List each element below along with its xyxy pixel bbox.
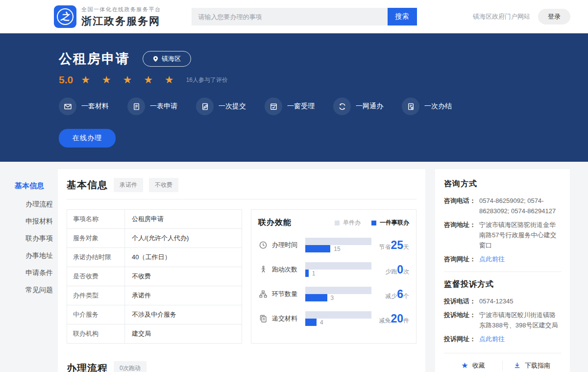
platform-name: 全国一体化在线政务服务平台 (81, 6, 161, 13)
rating-score: 5.0 (59, 74, 73, 86)
feature-item: 一网通办 (333, 98, 383, 115)
consult-address-row: 咨询地址： 宁波市镇海区骆驼街道金华南路57号行政服务中心建交窗口 (444, 220, 561, 250)
top-header: 之 全国一体化在线政务服务平台 浙江政务服务网 搜索 镇海区政府门户网站 登录 (0, 0, 588, 33)
info-table: 事项名称公租房申请 服务对象个人/(允许个人代办) 承诺办结时限40（工作日） … (67, 209, 242, 344)
login-button[interactable]: 登录 (538, 9, 570, 25)
bar-single (305, 287, 371, 294)
location-pin-icon (153, 55, 158, 62)
sidebar-item-joint-matters[interactable]: 联办事项 (15, 234, 58, 243)
complaint-web-row: 投诉网址： 点此前往 (444, 334, 561, 344)
sidebar-item-address[interactable]: 办事地址 (15, 251, 58, 260)
consult-web-row: 咨询网址： 点此前往 (444, 254, 561, 264)
clock-icon (258, 240, 268, 250)
table-row: 事项名称公租房申请 (67, 210, 242, 229)
table-row: 是否收费不收费 (67, 267, 242, 286)
saving-annotation: 少跑0次 (385, 263, 409, 276)
rating-row: 5.0 ★ ★ ★ ★ ★ 16人参与了评价 (59, 74, 588, 86)
side-nav: 基本信息 办理流程 申报材料 联办事项 办事地址 申请条件 常见问题 (15, 169, 58, 302)
complaint-title: 监督投诉方式 (444, 279, 561, 290)
bar-joint (305, 294, 327, 301)
sidebar-item-faq[interactable]: 常见问题 (15, 285, 58, 294)
sidebar-item-conditions[interactable]: 申请条件 (15, 268, 58, 277)
search-button[interactable]: 搜索 (388, 8, 417, 25)
service-title: 公租房申请 (59, 50, 130, 68)
efficiency-row: 环节数量 3 减少6个 (258, 287, 409, 301)
saving-annotation: 节省25天 (379, 239, 409, 252)
feature-item: 一套材料 (59, 98, 109, 115)
contact-card: 咨询方式 咨询电话： 0574-86259092; 0574-86283092;… (435, 169, 570, 372)
legend-blue-swatch (371, 221, 376, 225)
complaint-phone-row: 投诉电话： 0574-12345 (444, 296, 561, 306)
sidebar-item-basic-info[interactable]: 基本信息 (15, 181, 58, 190)
district-label: 镇海区 (162, 54, 181, 63)
efficiency-panel: 联办效能 单件办 一件事联办 办理时间 (251, 209, 416, 344)
flowchart-icon (258, 289, 268, 299)
basic-info-title: 基本信息 (67, 178, 108, 192)
feature-item: 一表申请 (127, 98, 177, 115)
bar-joint (305, 245, 330, 252)
sidebar-item-materials[interactable]: 申报材料 (15, 217, 58, 225)
site-name: 浙江政务服务网 (81, 14, 161, 28)
online-apply-button[interactable]: 在线办理 (59, 129, 116, 148)
consult-title: 咨询方式 (444, 179, 561, 189)
window-check-icon (265, 98, 282, 115)
consult-phone-row: 咨询电话： 0574-86259092; 0574-86283092; 0574… (444, 196, 561, 216)
seal-doc-icon (402, 98, 419, 115)
bar-single (305, 311, 371, 319)
feature-item: 一窗受理 (265, 98, 315, 115)
process-title: 办理流程 (67, 362, 108, 372)
efficiency-title: 联办效能 (258, 218, 292, 228)
table-row: 办件类型承诺件 (67, 286, 242, 305)
efficiency-row: 办理时间 15 节省25天 (258, 238, 409, 252)
logo-mark-icon: 之 (54, 5, 76, 28)
network-icon (333, 98, 351, 115)
bar-joint (305, 319, 317, 326)
copy-doc-icon (258, 314, 268, 323)
favorite-button[interactable]: ★ 收藏 (444, 361, 502, 370)
hero-banner: 公租房申请 镇海区 5.0 ★ ★ ★ ★ ★ 16人参与了评价 一套材料 一表… (0, 33, 588, 162)
envelope-icon (59, 98, 76, 115)
feature-item: 一次办结 (402, 98, 452, 115)
basic-info-card: 基本信息 承诺件 不收费 事项名称公租房申请 服务对象个人/(允许个人代办) 承… (58, 169, 425, 372)
consult-web-link[interactable]: 点此前往 (479, 255, 505, 263)
complaint-phone-value: 0574-12345 (479, 296, 561, 306)
search-input[interactable] (192, 8, 388, 25)
portal-link[interactable]: 镇海区政府门户网站 (473, 12, 530, 21)
star-icon: ★ (461, 361, 468, 370)
chart-legend: 单件办 一件事联办 (335, 219, 409, 227)
walking-icon (258, 265, 268, 274)
table-row: 联办机构建交局 (67, 324, 242, 344)
table-row: 承诺办结时限40（工作日） (67, 248, 242, 267)
feature-row: 一套材料 一表申请 一次提交 一窗受理 一网通办 (59, 98, 588, 115)
consult-phone-value: 0574-86259092; 0574-86283092; 0574-86294… (479, 196, 561, 216)
bar-joint (305, 270, 309, 277)
edit-doc-icon (196, 98, 214, 115)
promise-badge: 承诺件 (114, 178, 143, 192)
free-badge: 不收费 (149, 178, 178, 192)
saving-annotation: 减少6个 (385, 288, 409, 301)
rating-count: 16人参与了评价 (186, 76, 228, 84)
legend-gray-swatch (335, 221, 340, 225)
saving-annotation: 减免20件 (379, 312, 409, 325)
efficiency-row: 跑动次数 1 少跑0次 (258, 262, 409, 277)
form-icon (127, 98, 145, 115)
district-pill[interactable]: 镇海区 (143, 51, 191, 67)
table-row: 中介服务不涉及中介服务 (67, 305, 242, 324)
sidebar-item-process[interactable]: 办理流程 (15, 199, 58, 208)
feature-item: 一次提交 (196, 98, 246, 115)
bar-single (305, 238, 371, 245)
download-icon (514, 362, 521, 369)
complaint-web-link[interactable]: 点此前往 (479, 335, 505, 343)
bar-single (305, 262, 371, 270)
table-row: 服务对象个人/(允许个人代办) (67, 229, 242, 248)
download-guide-button[interactable]: 下载指南 (502, 361, 561, 370)
complaint-address-value: 宁波市镇海区蛟川街道镇骆东路388号、398号区建交局 (479, 310, 561, 330)
complaint-address-row: 投诉地址： 宁波市镇海区蛟川街道镇骆东路388号、398号区建交局 (444, 310, 561, 330)
rating-stars: ★ ★ ★ ★ ★ (81, 74, 178, 86)
search-bar: 搜索 (192, 8, 417, 25)
efficiency-row: 递交材料 4 减免20件 (258, 311, 409, 326)
zero-run-badge: 0次跑动 (114, 361, 147, 372)
site-logo[interactable]: 之 全国一体化在线政务服务平台 浙江政务服务网 (54, 5, 161, 28)
consult-address-value: 宁波市镇海区骆驼街道金华南路57号行政服务中心建交窗口 (479, 220, 561, 250)
